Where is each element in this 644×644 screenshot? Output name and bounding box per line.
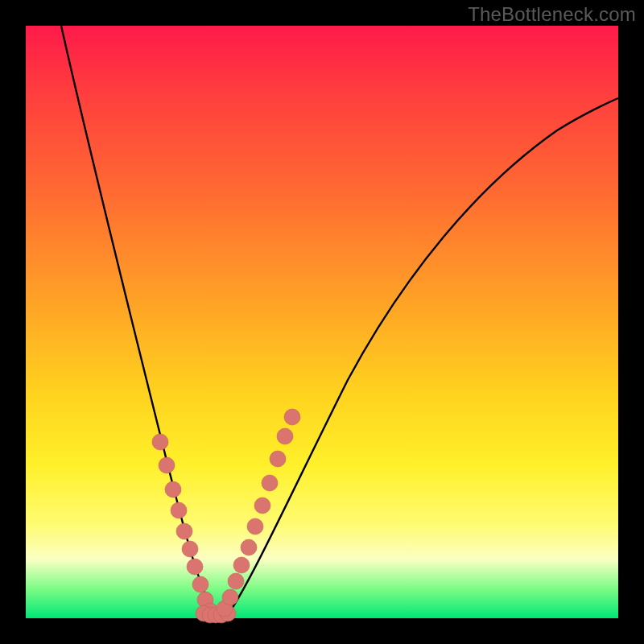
dot (159, 457, 175, 473)
dot (152, 434, 168, 450)
dot (277, 428, 293, 444)
dot (192, 576, 208, 592)
dot (262, 475, 278, 491)
data-dots (152, 409, 300, 623)
chart-frame: TheBottleneck.com (0, 0, 644, 644)
watermark-text: TheBottleneck.com (468, 3, 636, 26)
dot (247, 518, 263, 535)
dot (254, 497, 270, 514)
bottleneck-curve (61, 26, 618, 616)
dot (270, 451, 286, 467)
dot (222, 589, 238, 605)
plot-area (26, 26, 618, 618)
dot (241, 539, 257, 555)
dot (176, 523, 192, 539)
dot (233, 557, 250, 573)
curve-svg (26, 26, 618, 618)
dot (187, 559, 203, 575)
dot (171, 502, 187, 518)
dot (284, 409, 300, 425)
dot (228, 573, 244, 589)
dot (182, 541, 198, 557)
dot (165, 481, 181, 497)
